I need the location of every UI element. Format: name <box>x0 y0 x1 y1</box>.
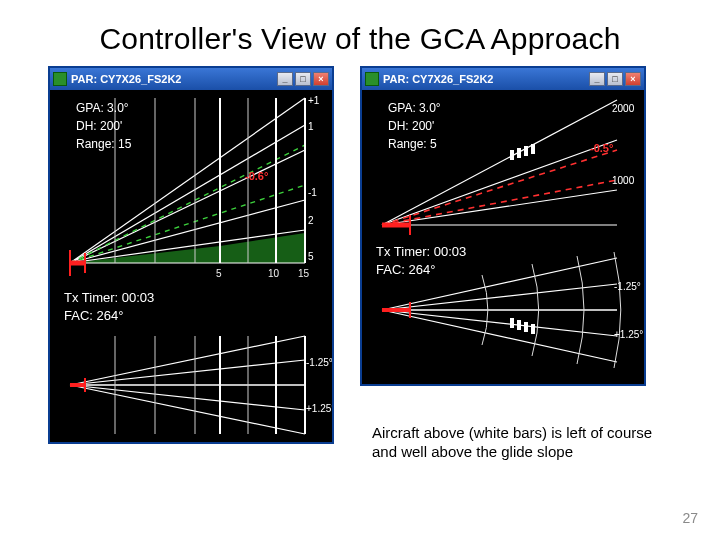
alt-tick: 1000 <box>612 175 635 186</box>
svg-rect-41 <box>510 150 514 160</box>
par-window-right: PAR: CY7X26_FS2K2 _ □ × <box>360 66 646 386</box>
slide-title: Controller's View of the GCA Approach <box>0 0 720 66</box>
svg-line-22 <box>70 385 305 410</box>
svg-line-35 <box>382 190 617 225</box>
app-icon <box>365 72 379 86</box>
svg-line-49 <box>382 310 617 362</box>
fac-label: FAC: 264° <box>376 262 435 277</box>
close-button[interactable]: × <box>625 72 641 86</box>
range-tick: 5 <box>216 268 222 279</box>
range-label: Range: 5 <box>388 137 437 151</box>
az-tick: +1.25° <box>306 403 332 414</box>
elev-tick: +1 <box>308 95 320 106</box>
range-label: Range: 15 <box>76 137 132 151</box>
svg-rect-42 <box>517 148 521 158</box>
deviation-readout: -0.6° <box>245 170 268 182</box>
range-tick: 15 <box>298 268 310 279</box>
elev-tick: 5 <box>308 251 314 262</box>
par-window-left: PAR: CY7X26_FS2K2 _ □ × <box>48 66 334 444</box>
range-tick: 10 <box>268 268 280 279</box>
page-number: 27 <box>682 510 698 526</box>
dh-label: DH: 200' <box>76 119 122 133</box>
gpa-label: GPA: 3.0° <box>76 101 129 115</box>
gpa-label: GPA: 3.0° <box>388 101 441 115</box>
radar-scope-left: GPA: 3.0° DH: 200' Range: 15 +1 1 -1 2 5… <box>50 90 332 442</box>
window-title: PAR: CY7X26_FS2K2 <box>383 73 585 85</box>
alt-tick: 2000 <box>612 103 635 114</box>
dh-label: DH: 200' <box>388 119 434 133</box>
deviation-readout: -0.5° <box>590 142 613 154</box>
svg-rect-53 <box>517 320 521 330</box>
titlebar[interactable]: PAR: CY7X26_FS2K2 _ □ × <box>362 68 644 90</box>
tx-timer: Tx Timer: 00:03 <box>376 244 466 259</box>
tx-timer: Tx Timer: 00:03 <box>64 290 154 305</box>
svg-rect-43 <box>524 146 528 156</box>
svg-rect-52 <box>510 318 514 328</box>
svg-line-48 <box>382 310 617 336</box>
svg-line-20 <box>70 360 305 385</box>
az-tick: +1.25° <box>614 329 643 340</box>
svg-rect-44 <box>531 144 535 154</box>
elev-tick: -1 <box>308 187 317 198</box>
minimize-button[interactable]: _ <box>589 72 605 86</box>
svg-line-46 <box>382 284 617 310</box>
maximize-button[interactable]: □ <box>295 72 311 86</box>
svg-rect-54 <box>524 322 528 332</box>
fac-label: FAC: 264° <box>64 308 123 323</box>
caption-text: Aircraft above (white bars) is left of c… <box>372 424 672 462</box>
az-tick: -1.25° <box>306 357 332 368</box>
elev-tick: 2 <box>308 215 314 226</box>
svg-line-34 <box>382 140 617 225</box>
radar-scope-right: GPA: 3.0° DH: 200' Range: 5 2000 1000 -0… <box>362 90 644 384</box>
app-icon <box>53 72 67 86</box>
svg-line-19 <box>70 336 305 385</box>
svg-line-23 <box>70 385 305 434</box>
maximize-button[interactable]: □ <box>607 72 623 86</box>
titlebar[interactable]: PAR: CY7X26_FS2K2 _ □ × <box>50 68 332 90</box>
svg-rect-55 <box>531 324 535 334</box>
elev-tick: 1 <box>308 121 314 132</box>
az-tick: -1.25° <box>614 281 641 292</box>
window-title: PAR: CY7X26_FS2K2 <box>71 73 273 85</box>
aircraft-target-elev <box>510 144 535 160</box>
close-button[interactable]: × <box>313 72 329 86</box>
minimize-button[interactable]: _ <box>277 72 293 86</box>
